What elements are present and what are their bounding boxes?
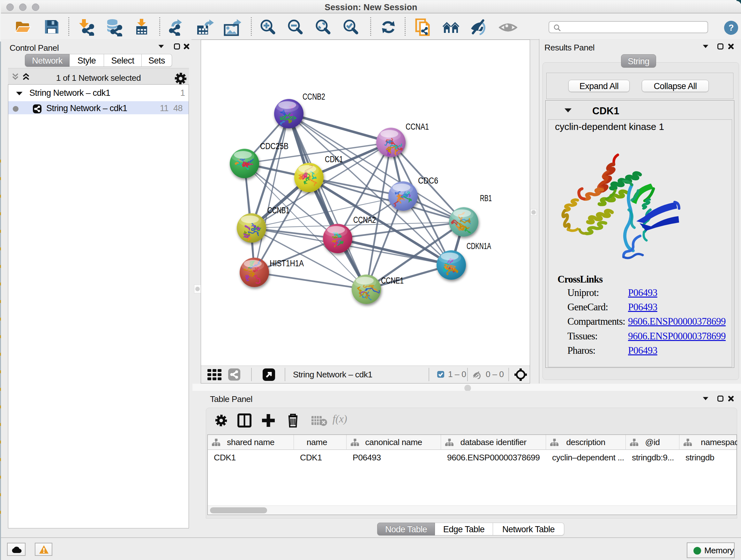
svg-text:CCNA2: CCNA2 — [353, 215, 376, 225]
svg-text:CDKN1A: CDKN1A — [467, 241, 491, 251]
svg-text:CDC25B: CDC25B — [260, 141, 288, 151]
svg-text:HIST1H1A: HIST1H1A — [270, 259, 304, 268]
svg-text:CDK1: CDK1 — [325, 154, 343, 164]
svg-text:CCNB2: CCNB2 — [302, 92, 325, 102]
svg-text:CCNA1: CCNA1 — [406, 122, 429, 132]
svg-text:CCNE1: CCNE1 — [381, 276, 404, 286]
svg-text:RB1: RB1 — [480, 193, 492, 203]
svg-text:CCNB1: CCNB1 — [267, 206, 289, 215]
svg-text:CDC6: CDC6 — [418, 176, 438, 186]
